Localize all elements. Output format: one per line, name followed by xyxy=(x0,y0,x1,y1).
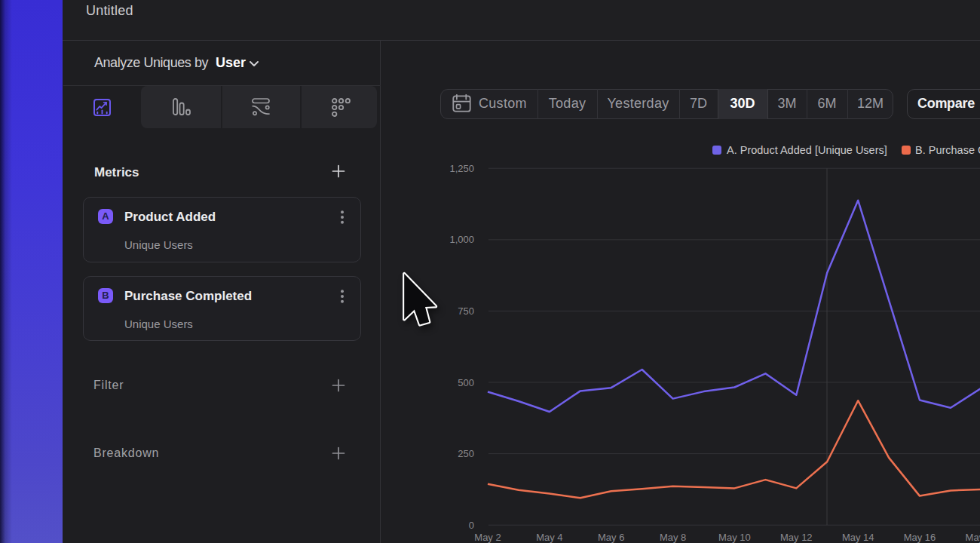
svg-text:1,250: 1,250 xyxy=(449,163,474,174)
svg-text:May 16: May 16 xyxy=(904,532,936,543)
svg-text:May 4: May 4 xyxy=(536,532,562,543)
svg-text:250: 250 xyxy=(458,448,474,459)
svg-text:May 6: May 6 xyxy=(598,532,624,543)
svg-text:750: 750 xyxy=(458,305,474,317)
svg-text:May 12: May 12 xyxy=(780,532,813,543)
svg-text:500: 500 xyxy=(458,377,474,388)
svg-text:May 2: May 2 xyxy=(474,532,501,543)
svg-text:May 8: May 8 xyxy=(660,532,686,543)
svg-text:May 14: May 14 xyxy=(842,532,874,543)
svg-text:May 10: May 10 xyxy=(718,532,751,543)
svg-text:0: 0 xyxy=(469,520,474,531)
svg-text:May 18: May 18 xyxy=(966,532,980,543)
svg-text:1,000: 1,000 xyxy=(449,234,474,245)
